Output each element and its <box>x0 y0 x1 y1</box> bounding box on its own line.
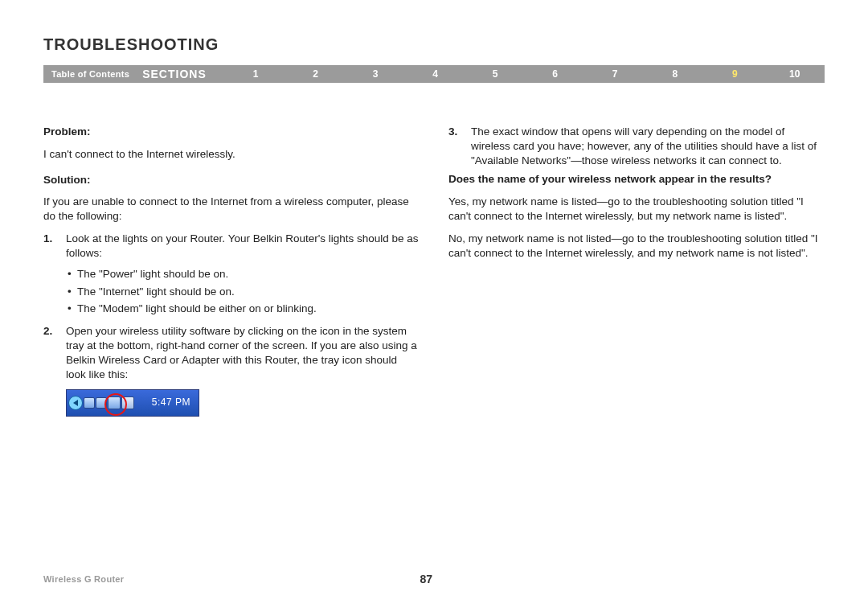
right-column: 3. The exact window that opens will vary… <box>448 125 825 417</box>
step-2-text: Open your wireless utility software by c… <box>66 325 417 380</box>
section-link-4[interactable]: 4 <box>405 68 465 80</box>
page-footer: Wireless G Router 87 <box>43 573 825 585</box>
bullet-power: •The "Power" light should be on. <box>66 267 420 281</box>
section-link-3[interactable]: 3 <box>346 68 406 80</box>
problem-label: Problem: <box>43 125 420 139</box>
answer-no: No, my network name is not listed—go to … <box>448 232 825 261</box>
tray-icon-1 <box>84 397 95 409</box>
system-tray-screenshot: 5:47 PM <box>66 389 199 417</box>
footer-page-number: 87 <box>420 573 432 585</box>
section-link-2[interactable]: 2 <box>285 68 346 80</box>
solution-intro: If you are unable to connect to the Inte… <box>43 195 420 224</box>
step-list: 1. Look at the lights on your Router. Yo… <box>43 232 420 381</box>
bullet-text: The "Power" light should be on. <box>77 267 228 281</box>
step-1: 1. Look at the lights on your Router. Yo… <box>43 232 420 319</box>
section-link-6[interactable]: 6 <box>525 68 585 80</box>
sections-label: SECTIONS <box>142 68 226 80</box>
bullet-dot-icon: • <box>66 285 77 299</box>
bullet-text: The "Internet" light should be on. <box>77 285 235 299</box>
section-link-10[interactable]: 10 <box>765 68 825 80</box>
step-3-number: 3. <box>448 125 471 167</box>
step-1-bullets: •The "Power" light should be on. •The "I… <box>66 267 420 316</box>
tray-wireless-icon <box>108 396 121 409</box>
step-2-number: 2. <box>43 324 66 381</box>
section-link-9[interactable]: 9 <box>705 68 765 80</box>
step-3-text: The exact window that opens will vary de… <box>471 125 817 166</box>
step-1-number: 1. <box>43 232 66 319</box>
answer-yes: Yes, my network name is listed—go to the… <box>448 195 825 224</box>
section-navbar: Table of Contents SECTIONS 1 2 3 4 5 6 7… <box>43 65 825 83</box>
solution-label: Solution: <box>43 173 420 187</box>
toc-link[interactable]: Table of Contents <box>43 69 142 79</box>
page-title: TROUBLESHOOTING <box>43 35 825 54</box>
section-link-8[interactable]: 8 <box>645 68 705 80</box>
step-1-text: Look at the lights on your Router. Your … <box>66 232 419 259</box>
tray-clock: 5:47 PM <box>152 396 199 409</box>
bullet-dot-icon: • <box>66 267 77 281</box>
problem-text: I can't connect to the Internet wireless… <box>43 147 420 162</box>
step-3: 3. The exact window that opens will vary… <box>448 125 825 167</box>
left-column: Problem: I can't connect to the Internet… <box>43 125 420 417</box>
section-link-5[interactable]: 5 <box>465 68 526 80</box>
tray-expand-icon <box>68 396 83 410</box>
section-numbers: 1 2 3 4 5 6 7 8 9 10 <box>226 68 825 80</box>
content-columns: Problem: I can't connect to the Internet… <box>43 125 825 417</box>
bullet-modem: •The "Modem" light should be either on o… <box>66 302 420 316</box>
document-page: TROUBLESHOOTING Table of Contents SECTIO… <box>0 0 868 608</box>
question-heading: Does the name of your wireless network a… <box>448 172 825 187</box>
bullet-text: The "Modem" light should be either on or… <box>77 302 317 316</box>
section-link-1[interactable]: 1 <box>226 68 286 80</box>
step-2: 2. Open your wireless utility software b… <box>43 324 420 381</box>
section-link-7[interactable]: 7 <box>585 68 645 80</box>
tray-background: 5:47 PM <box>66 389 199 417</box>
tray-icons <box>67 396 134 410</box>
footer-product: Wireless G Router <box>43 574 124 584</box>
bullet-dot-icon: • <box>66 302 77 316</box>
bullet-internet: •The "Internet" light should be on. <box>66 285 420 299</box>
